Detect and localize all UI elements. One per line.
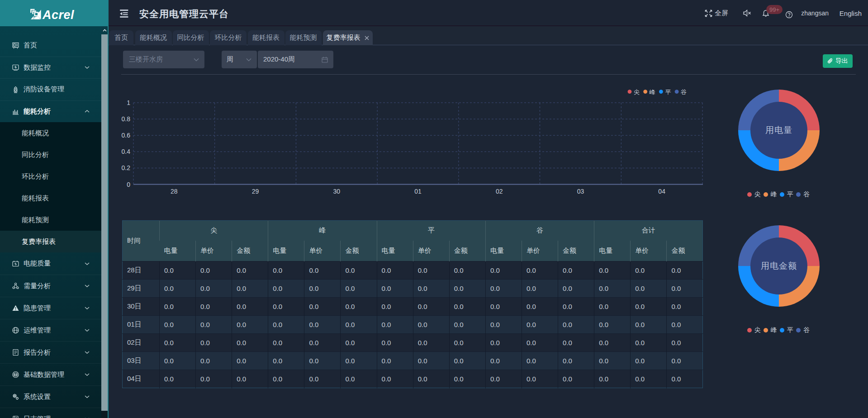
svg-text:平: 平: [665, 89, 671, 95]
svg-text:03: 03: [577, 188, 584, 195]
svg-text:峰: 峰: [650, 89, 655, 95]
svg-text:01: 01: [414, 188, 422, 195]
svg-text:尖: 尖: [634, 89, 640, 95]
svg-text:0.8: 0.8: [122, 115, 131, 123]
svg-text:0.6: 0.6: [122, 132, 131, 139]
svg-text:30: 30: [333, 188, 340, 195]
svg-text:02: 02: [496, 188, 503, 195]
svg-text:04: 04: [658, 188, 665, 195]
svg-text:0: 0: [127, 181, 130, 188]
svg-text:Acrel: Acrel: [42, 8, 74, 22]
svg-text:0.2: 0.2: [122, 164, 131, 171]
svg-text:1: 1: [127, 99, 130, 106]
svg-text:29: 29: [252, 188, 259, 195]
svg-text:谷: 谷: [681, 89, 687, 95]
svg-text:28: 28: [171, 188, 178, 195]
svg-text:0.4: 0.4: [122, 148, 131, 155]
